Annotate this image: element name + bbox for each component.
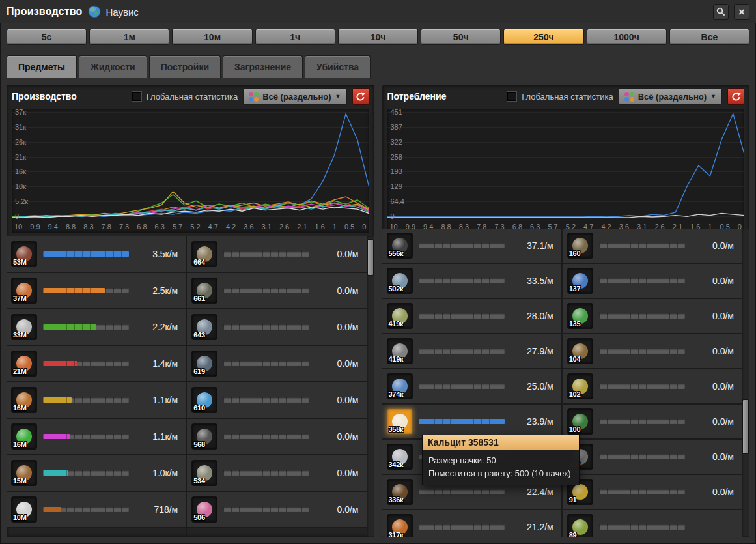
production-item-row[interactable]: 5340.0/м: [187, 455, 366, 492]
item-icon[interactable]: 664: [192, 242, 217, 266]
item-icon[interactable]: 619: [192, 351, 217, 376]
item-icon[interactable]: 89: [568, 515, 593, 537]
time-button-50ч[interactable]: 50ч: [421, 29, 501, 45]
item-icon[interactable]: 374к: [387, 374, 412, 399]
consumption-item-row[interactable]: 374к25.0/м: [382, 369, 561, 405]
consumption-item-row[interactable]: 1370.0/м: [563, 264, 742, 299]
item-icon[interactable]: 317к: [387, 515, 412, 537]
production-item-row[interactable]: 53M3.5к/м: [7, 236, 186, 273]
production-item-row[interactable]: 6610.0/м: [187, 273, 366, 309]
consumption-item-row[interactable]: 1020.0/м: [563, 369, 742, 405]
production-item-row[interactable]: 6100.0/м: [187, 382, 366, 419]
production-item-row[interactable]: 10M718/м: [7, 492, 186, 528]
scrollbar-thumb[interactable]: [742, 399, 749, 454]
item-icon[interactable]: 53M: [12, 242, 36, 266]
production-scrollbar[interactable]: [367, 236, 374, 537]
amount-badge: 358к: [389, 425, 404, 433]
consumption-item-row[interactable]: 419к28.0/м: [382, 299, 561, 334]
production-item-row[interactable]: 5680.0/м: [187, 419, 366, 455]
consumption-item-row[interactable]: 910.0/м: [563, 475, 742, 510]
production-item-row[interactable]: 33M2.2к/м: [7, 309, 186, 346]
time-button-1ч[interactable]: 1ч: [255, 29, 335, 45]
consumption-item-row[interactable]: 1000.0/м: [563, 440, 742, 475]
close-button[interactable]: ×: [734, 4, 749, 20]
consumption-item-row[interactable]: 419к27.9/м: [382, 334, 561, 369]
x-axis-label: 0: [362, 223, 366, 231]
tab-Загрязнение[interactable]: Загрязнение: [223, 55, 303, 78]
global-stats-checkbox[interactable]: [507, 92, 516, 101]
production-item-row[interactable]: 5060.0/м: [187, 492, 366, 528]
item-icon[interactable]: 15M: [12, 461, 36, 485]
item-icon[interactable]: 502к: [387, 268, 412, 293]
time-button-10м[interactable]: 10м: [172, 29, 252, 45]
consumption-item-row[interactable]: 1600.0/м: [563, 229, 742, 264]
tab-Постройки[interactable]: Постройки: [149, 55, 221, 78]
time-button-Все[interactable]: Все: [669, 29, 749, 45]
item-icon[interactable]: 16M: [12, 424, 36, 449]
item-icon[interactable]: 100: [568, 409, 593, 434]
item-icon[interactable]: 10M: [12, 497, 36, 522]
item-icon[interactable]: 135: [568, 304, 593, 328]
consumption-item-row[interactable]: 317к21.2/м: [382, 510, 561, 537]
consumption-item-row[interactable]: 556к37.1/м: [382, 229, 561, 264]
consumption-item-row[interactable]: 1350.0/м: [563, 299, 742, 334]
item-icon[interactable]: 37M: [12, 278, 36, 303]
time-button-250ч[interactable]: 250ч: [503, 29, 583, 45]
consumption-scrollbar[interactable]: [742, 229, 749, 537]
time-button-1м[interactable]: 1м: [89, 29, 169, 45]
item-icon[interactable]: 137: [568, 268, 593, 293]
item-icon[interactable]: 102: [568, 374, 593, 399]
gridline: [12, 157, 369, 158]
production-item-row[interactable]: 16M1.1к/м: [7, 382, 186, 419]
consumption-item-row[interactable]: 1040.0/м: [563, 334, 742, 369]
y-axis-label: 26к: [15, 138, 26, 146]
series-filter-dropdown[interactable]: Всё (раздельно) ▼: [619, 88, 722, 105]
time-button-5с[interactable]: 5с: [7, 29, 87, 45]
item-icon[interactable]: 568: [192, 424, 217, 449]
item-icon[interactable]: 534: [192, 461, 217, 485]
item-icon[interactable]: 104: [568, 339, 593, 364]
time-button-1000ч[interactable]: 1000ч: [587, 29, 667, 45]
amount-badge: 137: [569, 285, 580, 293]
item-icon[interactable]: 33M: [12, 315, 36, 339]
item-icon[interactable]: 643: [192, 315, 217, 339]
item-icon[interactable]: 506: [192, 497, 217, 522]
item-icon[interactable]: 336к: [387, 480, 412, 504]
consumption-item-row[interactable]: 1000.0/м: [563, 405, 742, 440]
item-icon[interactable]: 21M: [12, 351, 36, 376]
consumption-item-row[interactable]: 502к33.5/м: [382, 264, 561, 299]
tab-Жидкости[interactable]: Жидкости: [79, 55, 147, 78]
item-icon[interactable]: 610: [192, 388, 217, 412]
item-icon[interactable]: 160: [568, 233, 593, 258]
production-item-row[interactable]: 6430.0/м: [187, 309, 366, 346]
time-button-10ч[interactable]: 10ч: [338, 29, 418, 45]
tab-Убийства[interactable]: Убийства: [305, 55, 371, 78]
consumption-item-row[interactable]: 89: [563, 510, 742, 537]
scrollbar-thumb[interactable]: [367, 239, 374, 276]
production-item-row[interactable]: 6190.0/м: [187, 346, 366, 382]
item-icon[interactable]: 342к: [387, 444, 412, 469]
production-item-row[interactable]: 37M2.5к/м: [7, 273, 186, 309]
production-item-row[interactable]: 16M1.1к/м: [7, 419, 186, 455]
x-axis-label: 0.5: [344, 223, 354, 231]
reset-button[interactable]: [352, 88, 369, 105]
reset-button[interactable]: [727, 88, 744, 105]
rate-bar-fill: [43, 361, 77, 366]
item-icon[interactable]: 419к: [387, 304, 412, 328]
item-tooltip: Кальцит 358531 Размер пачки: 50 Поместит…: [422, 435, 580, 485]
item-icon[interactable]: 16M: [12, 388, 36, 412]
series-filter-dropdown[interactable]: Всё (раздельно) ▼: [243, 88, 346, 105]
calcite-item-icon[interactable]: 358к: [387, 409, 412, 434]
rate-label: 1.1к/м: [152, 395, 178, 405]
tab-Предметы[interactable]: Предметы: [7, 55, 77, 78]
production-item-row[interactable]: 21M1.4к/м: [7, 346, 186, 382]
item-icon[interactable]: 661: [192, 278, 217, 303]
rate-bar: [43, 434, 129, 439]
production-item-row[interactable]: 6640.0/м: [187, 236, 366, 273]
global-stats-checkbox[interactable]: [132, 92, 141, 101]
production-item-row[interactable]: 15M1.0к/м: [7, 455, 186, 492]
item-icon[interactable]: 556к: [387, 233, 412, 258]
y-axis-label: 0: [15, 212, 19, 220]
search-button[interactable]: [713, 4, 729, 20]
item-icon[interactable]: 419к: [387, 339, 412, 364]
